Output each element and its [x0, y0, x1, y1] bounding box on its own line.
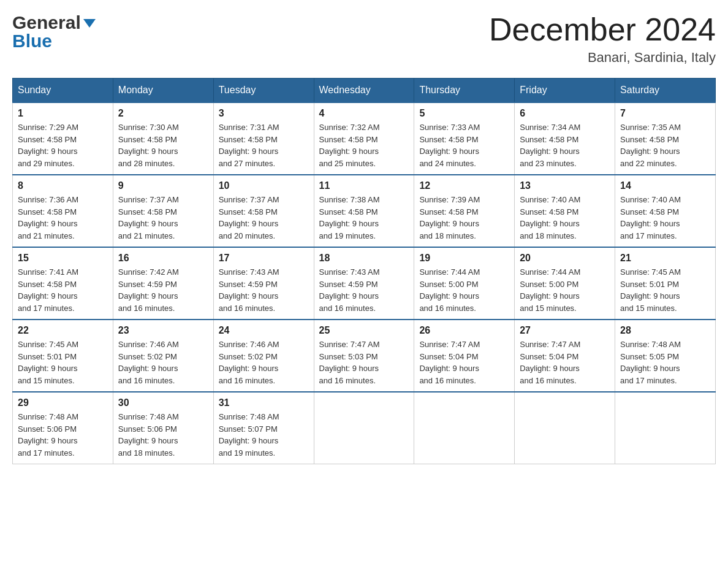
day-number-15: 15: [18, 253, 108, 264]
day-cell-23: 23Sunrise: 7:46 AMSunset: 5:02 PMDayligh…: [113, 320, 213, 392]
day-info-13: Sunrise: 7:40 AMSunset: 4:58 PMDaylight:…: [520, 194, 610, 242]
day-info-9: Sunrise: 7:37 AMSunset: 4:58 PMDaylight:…: [118, 194, 208, 242]
day-info-20: Sunrise: 7:44 AMSunset: 5:00 PMDaylight:…: [520, 266, 610, 314]
day-cell-8: 8Sunrise: 7:36 AMSunset: 4:58 PMDaylight…: [13, 175, 113, 247]
day-number-8: 8: [18, 180, 108, 191]
day-info-6: Sunrise: 7:34 AMSunset: 4:58 PMDaylight:…: [520, 121, 610, 169]
day-cell-26: 26Sunrise: 7:47 AMSunset: 5:04 PMDayligh…: [414, 320, 515, 392]
week-row-3: 15Sunrise: 7:41 AMSunset: 4:58 PMDayligh…: [13, 247, 716, 320]
day-number-31: 31: [219, 397, 309, 408]
day-cell-30: 30Sunrise: 7:48 AMSunset: 5:06 PMDayligh…: [113, 392, 213, 464]
day-number-5: 5: [419, 108, 509, 119]
day-info-4: Sunrise: 7:32 AMSunset: 4:58 PMDaylight:…: [319, 121, 409, 169]
day-number-24: 24: [219, 325, 309, 336]
day-number-1: 1: [18, 108, 108, 119]
day-info-17: Sunrise: 7:43 AMSunset: 4:59 PMDaylight:…: [219, 266, 309, 314]
header-saturday: Saturday: [615, 79, 716, 103]
day-info-2: Sunrise: 7:30 AMSunset: 4:58 PMDaylight:…: [118, 121, 208, 169]
day-info-8: Sunrise: 7:36 AMSunset: 4:58 PMDaylight:…: [18, 194, 108, 242]
day-cell-7: 7Sunrise: 7:35 AMSunset: 4:58 PMDaylight…: [615, 102, 716, 175]
day-cell-24: 24Sunrise: 7:46 AMSunset: 5:02 PMDayligh…: [213, 320, 314, 392]
day-number-20: 20: [520, 253, 610, 264]
day-number-10: 10: [219, 180, 309, 191]
day-info-30: Sunrise: 7:48 AMSunset: 5:06 PMDaylight:…: [118, 411, 208, 459]
page-header: General Blue December 2024 Banari, Sardi…: [12, 12, 716, 66]
day-number-19: 19: [419, 253, 509, 264]
logo-general-text: General: [12, 12, 81, 33]
day-info-28: Sunrise: 7:48 AMSunset: 5:05 PMDaylight:…: [620, 339, 710, 386]
day-cell-13: 13Sunrise: 7:40 AMSunset: 4:58 PMDayligh…: [515, 175, 615, 247]
day-info-1: Sunrise: 7:29 AMSunset: 4:58 PMDaylight:…: [18, 121, 108, 169]
day-number-2: 2: [118, 108, 208, 119]
day-info-14: Sunrise: 7:40 AMSunset: 4:58 PMDaylight:…: [620, 194, 710, 242]
day-cell-27: 27Sunrise: 7:47 AMSunset: 5:04 PMDayligh…: [515, 320, 615, 392]
day-cell-18: 18Sunrise: 7:43 AMSunset: 4:59 PMDayligh…: [314, 247, 414, 320]
day-info-12: Sunrise: 7:39 AMSunset: 4:58 PMDaylight:…: [419, 194, 509, 242]
day-number-23: 23: [118, 325, 208, 336]
day-info-25: Sunrise: 7:47 AMSunset: 5:03 PMDaylight:…: [319, 339, 409, 386]
day-cell-10: 10Sunrise: 7:37 AMSunset: 4:58 PMDayligh…: [213, 175, 314, 247]
day-info-16: Sunrise: 7:42 AMSunset: 4:59 PMDaylight:…: [118, 266, 208, 314]
day-cell-16: 16Sunrise: 7:42 AMSunset: 4:59 PMDayligh…: [113, 247, 213, 320]
day-info-7: Sunrise: 7:35 AMSunset: 4:58 PMDaylight:…: [620, 121, 710, 169]
empty-cell: [515, 392, 615, 464]
day-cell-25: 25Sunrise: 7:47 AMSunset: 5:03 PMDayligh…: [314, 320, 414, 392]
logo: General Blue: [12, 12, 96, 52]
calendar-header-row: SundayMondayTuesdayWednesdayThursdayFrid…: [13, 79, 716, 103]
day-info-5: Sunrise: 7:33 AMSunset: 4:58 PMDaylight:…: [419, 121, 509, 169]
day-cell-6: 6Sunrise: 7:34 AMSunset: 4:58 PMDaylight…: [515, 102, 615, 175]
day-number-7: 7: [620, 108, 710, 119]
logo-blue-text: Blue: [12, 31, 96, 52]
calendar-table: SundayMondayTuesdayWednesdayThursdayFrid…: [12, 78, 716, 464]
day-cell-29: 29Sunrise: 7:48 AMSunset: 5:06 PMDayligh…: [13, 392, 113, 464]
day-number-13: 13: [520, 180, 610, 191]
day-info-3: Sunrise: 7:31 AMSunset: 4:58 PMDaylight:…: [219, 121, 309, 169]
month-title: December 2024: [489, 12, 716, 47]
day-cell-22: 22Sunrise: 7:45 AMSunset: 5:01 PMDayligh…: [13, 320, 113, 392]
header-thursday: Thursday: [414, 79, 515, 103]
day-number-17: 17: [219, 253, 309, 264]
day-info-18: Sunrise: 7:43 AMSunset: 4:59 PMDaylight:…: [319, 266, 409, 314]
day-info-23: Sunrise: 7:46 AMSunset: 5:02 PMDaylight:…: [118, 339, 208, 386]
day-info-27: Sunrise: 7:47 AMSunset: 5:04 PMDaylight:…: [520, 339, 610, 386]
title-section: December 2024 Banari, Sardinia, Italy: [489, 12, 716, 66]
day-cell-1: 1Sunrise: 7:29 AMSunset: 4:58 PMDaylight…: [13, 102, 113, 175]
day-cell-5: 5Sunrise: 7:33 AMSunset: 4:58 PMDaylight…: [414, 102, 515, 175]
day-info-10: Sunrise: 7:37 AMSunset: 4:58 PMDaylight:…: [219, 194, 309, 242]
day-number-21: 21: [620, 253, 710, 264]
day-number-29: 29: [18, 397, 108, 408]
day-cell-15: 15Sunrise: 7:41 AMSunset: 4:58 PMDayligh…: [13, 247, 113, 320]
logo-triangle-icon: [83, 19, 96, 28]
day-number-12: 12: [419, 180, 509, 191]
day-info-22: Sunrise: 7:45 AMSunset: 5:01 PMDaylight:…: [18, 339, 108, 386]
empty-cell: [615, 392, 716, 464]
header-friday: Friday: [515, 79, 615, 103]
week-row-2: 8Sunrise: 7:36 AMSunset: 4:58 PMDaylight…: [13, 175, 716, 247]
day-cell-9: 9Sunrise: 7:37 AMSunset: 4:58 PMDaylight…: [113, 175, 213, 247]
day-info-19: Sunrise: 7:44 AMSunset: 5:00 PMDaylight:…: [419, 266, 509, 314]
day-cell-20: 20Sunrise: 7:44 AMSunset: 5:00 PMDayligh…: [515, 247, 615, 320]
day-info-11: Sunrise: 7:38 AMSunset: 4:58 PMDaylight:…: [319, 194, 409, 242]
week-row-5: 29Sunrise: 7:48 AMSunset: 5:06 PMDayligh…: [13, 392, 716, 464]
day-number-14: 14: [620, 180, 710, 191]
day-number-4: 4: [319, 108, 409, 119]
header-tuesday: Tuesday: [213, 79, 314, 103]
day-info-15: Sunrise: 7:41 AMSunset: 4:58 PMDaylight:…: [18, 266, 108, 314]
day-cell-21: 21Sunrise: 7:45 AMSunset: 5:01 PMDayligh…: [615, 247, 716, 320]
day-cell-31: 31Sunrise: 7:48 AMSunset: 5:07 PMDayligh…: [213, 392, 314, 464]
day-cell-3: 3Sunrise: 7:31 AMSunset: 4:58 PMDaylight…: [213, 102, 314, 175]
day-cell-11: 11Sunrise: 7:38 AMSunset: 4:58 PMDayligh…: [314, 175, 414, 247]
day-cell-12: 12Sunrise: 7:39 AMSunset: 4:58 PMDayligh…: [414, 175, 515, 247]
day-number-26: 26: [419, 325, 509, 336]
day-cell-17: 17Sunrise: 7:43 AMSunset: 4:59 PMDayligh…: [213, 247, 314, 320]
day-number-30: 30: [118, 397, 208, 408]
day-cell-4: 4Sunrise: 7:32 AMSunset: 4:58 PMDaylight…: [314, 102, 414, 175]
empty-cell: [414, 392, 515, 464]
day-number-22: 22: [18, 325, 108, 336]
day-number-11: 11: [319, 180, 409, 191]
header-sunday: Sunday: [13, 79, 113, 103]
header-wednesday: Wednesday: [314, 79, 414, 103]
week-row-4: 22Sunrise: 7:45 AMSunset: 5:01 PMDayligh…: [13, 320, 716, 392]
day-cell-2: 2Sunrise: 7:30 AMSunset: 4:58 PMDaylight…: [113, 102, 213, 175]
day-number-16: 16: [118, 253, 208, 264]
